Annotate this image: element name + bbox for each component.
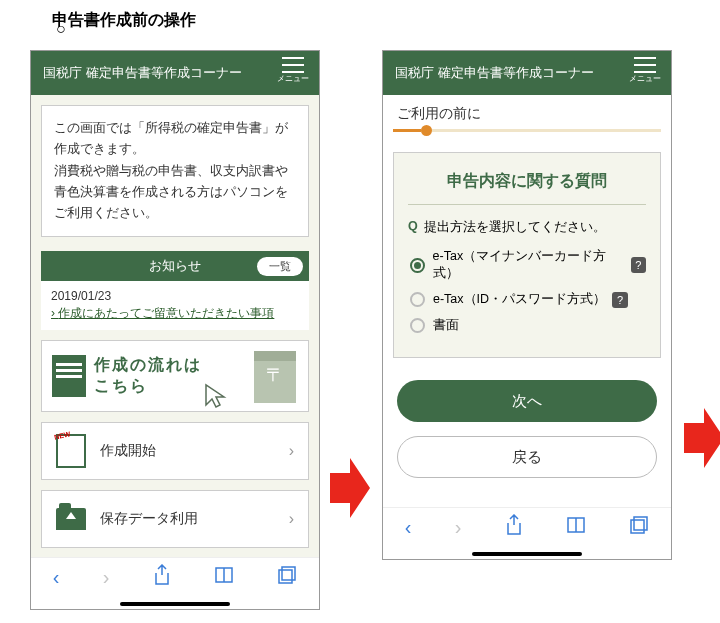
hamburger-icon [634, 57, 656, 73]
progress-bar [393, 129, 661, 132]
browser-forward-icon[interactable]: › [455, 516, 462, 539]
browser-forward-icon[interactable]: › [103, 566, 110, 589]
app-header: 国税庁 確定申告書等作成コーナー メニュー [383, 51, 671, 95]
radio-option-mynumber[interactable]: e-Tax（マイナンバーカード方式） ? [410, 248, 646, 282]
flow-banner-text: 作成の流れは こちら [94, 355, 202, 397]
chevron-right-icon: › [289, 510, 294, 528]
browser-share-icon[interactable] [153, 564, 171, 591]
menu-label: メニュー [629, 73, 661, 84]
menu-label: メニュー [277, 73, 309, 84]
flow-banner-button[interactable]: 作成の流れは こちら [41, 340, 309, 412]
notice-header: お知らせ 一覧 [41, 251, 309, 281]
notice-item: 2019/01/23 作成にあたってご留意いただきたい事項 [41, 281, 309, 330]
help-icon[interactable]: ? [612, 292, 628, 308]
use-saved-data-button[interactable]: 保存データ利用 › [41, 490, 309, 548]
chevron-right-icon: › [289, 442, 294, 460]
question-badge: Q [408, 219, 418, 233]
start-create-button[interactable]: NEW 作成開始 › [41, 422, 309, 480]
screenshot-right: 国税庁 確定申告書等作成コーナー メニュー ご利用の前に 申告内容に関する質問 … [382, 50, 672, 560]
breadcrumb: ご利用の前に [383, 95, 671, 129]
new-document-icon: NEW [56, 434, 86, 468]
menu-button[interactable]: メニュー [629, 57, 661, 84]
question-panel: 申告内容に関する質問 Q 提出方法を選択してください。 e-Tax（マイナンバー… [393, 152, 661, 358]
browser-back-icon[interactable]: ‹ [53, 566, 60, 589]
radio-icon [410, 258, 425, 273]
red-arrow-icon [684, 408, 720, 468]
browser-share-icon[interactable] [505, 514, 523, 541]
svg-rect-3 [631, 520, 644, 533]
browser-back-icon[interactable]: ‹ [405, 516, 412, 539]
menu-button[interactable]: メニュー [277, 57, 309, 84]
home-indicator [120, 602, 230, 606]
folder-upload-icon [56, 508, 86, 530]
app-title: 国税庁 確定申告書等作成コーナー [43, 64, 242, 82]
notice-date: 2019/01/23 [51, 289, 299, 303]
page-title: 申告書作成前の操作 [52, 11, 196, 28]
svg-rect-1 [279, 570, 292, 583]
radio-icon [410, 292, 425, 307]
question-text: 提出方法を選択してください。 [424, 219, 606, 236]
home-indicator [472, 552, 582, 556]
hamburger-icon [282, 57, 304, 73]
help-icon[interactable]: ? [631, 257, 646, 273]
info-text: この画面では「所得税の確定申告書」が作成できます。 消費税や贈与税の申告書、収支… [41, 105, 309, 237]
browser-toolbar: ‹ › [31, 557, 319, 597]
postbox-icon [254, 351, 296, 403]
radio-icon [410, 318, 425, 333]
screenshot-left: 国税庁 確定申告書等作成コーナー メニュー この画面では「所得税の確定申告書」が… [30, 50, 320, 610]
question-section-title: 申告内容に関する質問 [408, 171, 646, 205]
radio-option-paper[interactable]: 書面 [410, 317, 646, 334]
next-button[interactable]: 次へ [397, 380, 657, 422]
notice-link[interactable]: 作成にあたってご留意いただきたい事項 [51, 305, 274, 322]
notice-list-button[interactable]: 一覧 [257, 257, 303, 276]
notice-title: お知らせ [149, 257, 201, 275]
browser-toolbar: ‹ › [383, 507, 671, 547]
app-header: 国税庁 確定申告書等作成コーナー メニュー [31, 51, 319, 95]
browser-bookmarks-icon[interactable] [566, 516, 586, 539]
browser-bookmarks-icon[interactable] [214, 566, 234, 589]
radio-option-idpw[interactable]: e-Tax（ID・パスワード方式） ? [410, 291, 646, 308]
svg-rect-0 [282, 567, 295, 580]
document-icon [52, 355, 86, 397]
section-marker: ○ [56, 20, 66, 38]
app-title: 国税庁 確定申告書等作成コーナー [395, 64, 594, 82]
red-arrow-icon [330, 458, 370, 518]
browser-tabs-icon[interactable] [629, 515, 649, 540]
browser-tabs-icon[interactable] [277, 565, 297, 590]
svg-rect-2 [634, 517, 647, 530]
progress-indicator [421, 125, 432, 136]
back-button[interactable]: 戻る [397, 436, 657, 478]
cursor-icon [204, 383, 230, 409]
